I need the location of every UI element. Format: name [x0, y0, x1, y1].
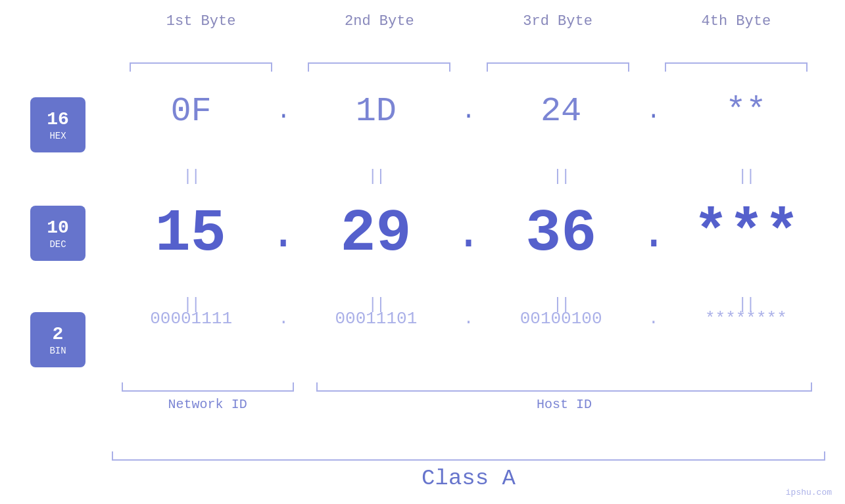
class-a-bracket	[112, 451, 825, 461]
host-bracket-line	[316, 382, 812, 392]
hex-val-3: 24	[482, 92, 640, 131]
col-header-3: 3rd Byte	[469, 13, 647, 30]
hex-dot-3: .	[640, 98, 667, 125]
bracket-3	[469, 62, 647, 72]
bottom-brackets: Network ID Host ID	[112, 382, 825, 412]
eq-2: ||	[297, 168, 455, 185]
main-container: 1st Byte 2nd Byte 3rd Byte 4th Byte 16 H…	[0, 0, 845, 504]
dec-val-2: 29	[297, 200, 455, 267]
bin-badge-number: 2	[53, 323, 64, 346]
dec-dot-2: .	[454, 208, 482, 260]
bin-dot-3: .	[640, 309, 667, 329]
bin-dot-2: .	[456, 309, 482, 329]
bin-val-1: 00001111	[112, 309, 270, 329]
host-id-bracket: Host ID	[303, 382, 825, 412]
col-header-1: 1st Byte	[112, 13, 290, 30]
bin-row: 00001111 . 00011101 . 00100100 . *******…	[112, 309, 825, 329]
bracket-1	[112, 62, 290, 72]
network-id-bracket: Network ID	[112, 382, 303, 412]
dec-dot-3: .	[640, 208, 667, 260]
hex-dot-1: .	[270, 98, 297, 125]
col-header-4: 4th Byte	[647, 13, 825, 30]
dec-val-4: ***	[667, 200, 825, 267]
dec-dot-1: .	[270, 208, 297, 260]
class-a-section: Class A	[112, 451, 825, 491]
eq-4: ||	[667, 168, 825, 185]
hex-badge-label: HEX	[49, 131, 66, 141]
network-bracket-line	[122, 382, 294, 392]
watermark: ipshu.com	[786, 488, 832, 497]
hex-val-2: 1D	[297, 92, 455, 131]
bracket-line-4	[665, 62, 808, 72]
bin-val-2: 00011101	[297, 309, 455, 329]
dec-val-1: 15	[112, 200, 270, 267]
bin-badge-label: BIN	[49, 346, 66, 356]
hex-badge: 16 HEX	[30, 97, 85, 152]
bracket-line-3	[487, 62, 629, 72]
hex-val-4: **	[667, 92, 825, 131]
bin-badge: 2 BIN	[30, 312, 85, 367]
column-headers: 1st Byte 2nd Byte 3rd Byte 4th Byte	[112, 13, 825, 30]
bracket-2	[290, 62, 468, 72]
network-id-label: Network ID	[168, 397, 247, 412]
bin-val-4: ********	[667, 309, 825, 329]
eq-3: ||	[482, 168, 640, 185]
hex-dot-2: .	[456, 98, 482, 125]
hex-badge-number: 16	[47, 108, 69, 131]
bracket-line-2	[308, 62, 450, 72]
bin-val-3: 00100100	[482, 309, 640, 329]
dec-val-3: 36	[483, 200, 640, 267]
bin-dot-1: .	[270, 309, 297, 329]
hex-val-1: 0F	[112, 92, 270, 131]
equals-hex-dec: || || || ||	[112, 168, 825, 185]
dec-badge: 10 DEC	[30, 206, 85, 261]
bracket-line-1	[130, 62, 272, 72]
main-grid: 0F . 1D . 24 . ** || || || ||	[112, 39, 825, 478]
dec-row: 15 . 29 . 36 . ***	[112, 200, 825, 267]
bracket-4	[647, 62, 825, 72]
top-brackets	[112, 62, 825, 72]
host-id-label: Host ID	[537, 397, 592, 412]
class-a-label: Class A	[112, 466, 825, 491]
hex-row: 0F . 1D . 24 . **	[112, 92, 825, 131]
dec-badge-number: 10	[47, 217, 69, 239]
eq-1: ||	[112, 168, 270, 185]
dec-badge-label: DEC	[49, 239, 66, 250]
col-header-2: 2nd Byte	[290, 13, 468, 30]
